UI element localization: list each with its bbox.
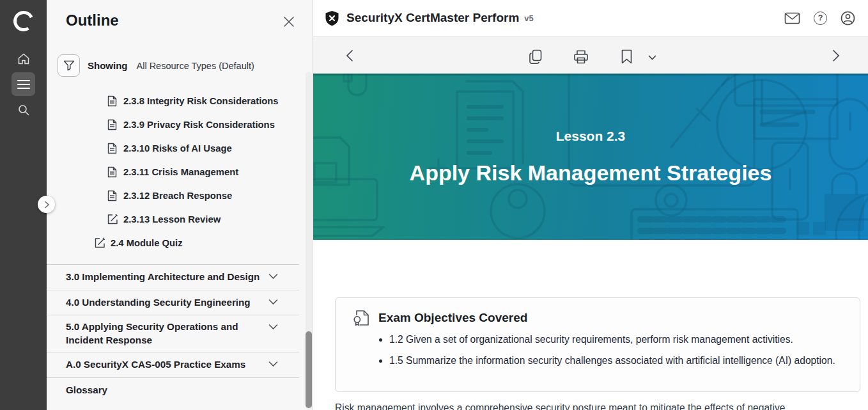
outline-item[interactable]: 2.3.10 Risks of AI Usage	[47, 136, 306, 160]
copy-icon[interactable]	[529, 49, 543, 65]
search-icon[interactable]	[12, 98, 35, 122]
outline-item-list: 2.3.8 Integrity Risk Considerations 2.3.…	[47, 89, 306, 255]
chevron-down-icon	[268, 361, 278, 367]
print-icon[interactable]	[573, 49, 589, 65]
tech-pattern	[313, 74, 868, 240]
mail-icon[interactable]	[784, 12, 800, 24]
outline-item-label: 2.3.8 Integrity Risk Considerations	[123, 96, 279, 106]
chevron-down-icon	[268, 324, 278, 330]
document-icon	[107, 166, 118, 178]
objective-item: 1.2 Given a set of organizational securi…	[389, 332, 843, 347]
panel-scrollbar-thumb[interactable]	[306, 331, 312, 408]
section-row[interactable]: 5.0 Applying Security Operations and Inc…	[47, 315, 299, 352]
outline-item-label: 2.3.9 Privacy Risk Considerations	[123, 120, 275, 130]
document-icon	[107, 143, 118, 154]
outline-item[interactable]: 2.3.11 Crisis Management	[47, 160, 306, 184]
comptia-logo[interactable]	[0, 6, 47, 36]
lesson-number: Lesson 2.3	[313, 129, 868, 144]
bookmark-icon[interactable]	[621, 49, 632, 64]
objective-item: 1.5 Summarize the information security c…	[389, 353, 843, 368]
close-icon[interactable]	[283, 15, 295, 28]
document-icon	[107, 95, 118, 107]
filter-icon[interactable]	[58, 54, 80, 77]
section-row[interactable]: A.0 SecurityX CAS-005 Practice Exams	[47, 352, 299, 377]
chevron-down-icon	[268, 299, 278, 305]
objectives-title: Exam Objectives Covered	[378, 311, 527, 325]
outline-item[interactable]: 2.3.8 Integrity Risk Considerations	[47, 89, 306, 113]
document-icon	[107, 190, 118, 201]
certificate-icon	[353, 309, 370, 327]
lesson-title: Apply Risk Management Strategies	[313, 161, 868, 185]
section-label: 4.0 Understanding Security Engineering	[66, 296, 251, 310]
page: Outline Showing All Resource Types (Defa…	[0, 0, 868, 410]
header-icons: ?	[784, 11, 855, 26]
outline-item-label: 2.3.13 Lesson Review	[123, 214, 221, 225]
section-row[interactable]: 4.0 Understanding Security Engineering	[47, 290, 299, 315]
panel-expand-button[interactable]	[38, 196, 55, 213]
app-header: SecurityX CertMaster Perform v5 ?	[313, 0, 868, 36]
section-label: Glossary	[66, 384, 107, 397]
filter-label: Showing	[88, 60, 128, 71]
toolbar	[313, 36, 868, 74]
shield-x-icon	[325, 10, 339, 26]
chevron-down-icon	[268, 273, 278, 280]
objectives-list: 1.2 Given a set of organizational securi…	[389, 332, 843, 374]
section-label: 5.0 Applying Security Operations and Inc…	[66, 320, 261, 347]
section-row[interactable]: 3.0 Implementing Architecture and Design	[47, 264, 299, 290]
help-glyph: ?	[814, 12, 827, 25]
outline-item[interactable]: 2.3.12 Breach Response	[47, 184, 306, 207]
edit-icon	[107, 214, 118, 225]
section-label: 3.0 Implementing Architecture and Design	[66, 271, 260, 284]
outline-item-label: 2.3.11 Crisis Management	[123, 167, 238, 177]
outline-item[interactable]: 2.4 Module Quiz	[47, 231, 306, 255]
home-icon[interactable]	[12, 47, 35, 70]
main-area: SecurityX CertMaster Perform v5 ?	[313, 0, 868, 410]
section-label: A.0 SecurityX CAS-005 Practice Exams	[66, 358, 245, 372]
objectives-header: Exam Objectives Covered	[353, 309, 527, 327]
filter-row: Showing All Resource Types (Default)	[58, 54, 254, 77]
version-badge: v5	[524, 13, 533, 23]
outline-item-label: 2.4 Module Quiz	[111, 238, 183, 248]
outline-sections: 3.0 Implementing Architecture and Design…	[47, 264, 299, 402]
outline-item[interactable]: 2.3.13 Lesson Review	[47, 207, 306, 231]
chevron-down-icon[interactable]	[648, 55, 656, 61]
forward-icon[interactable]	[832, 49, 841, 62]
outline-item-label: 2.3.12 Breach Response	[123, 191, 232, 201]
filter-value[interactable]: All Resource Types (Default)	[137, 61, 254, 71]
edit-icon	[95, 237, 105, 248]
help-icon[interactable]: ?	[814, 12, 827, 25]
intro-paragraph: Risk management involves a comprehensive…	[335, 401, 846, 410]
lesson-banner: Lesson 2.3 Apply Risk Management Strateg…	[313, 74, 868, 240]
outline-title: Outline	[66, 12, 119, 29]
outline-item-label: 2.3.10 Risks of AI Usage	[123, 143, 232, 154]
outline-panel: Outline Showing All Resource Types (Defa…	[47, 0, 313, 410]
product-title: SecurityX CertMaster Perform	[346, 11, 519, 25]
back-icon[interactable]	[345, 49, 353, 62]
document-icon	[107, 119, 118, 130]
exam-objectives-card: Exam Objectives Covered 1.2 Given a set …	[335, 297, 860, 392]
outline-menu-icon[interactable]	[12, 72, 35, 96]
section-row-glossary[interactable]: Glossary	[47, 377, 299, 403]
outline-item[interactable]: 2.3.9 Privacy Risk Considerations	[47, 113, 306, 136]
app-title-group: SecurityX CertMaster Perform v5	[325, 10, 534, 26]
account-icon[interactable]	[841, 11, 855, 26]
